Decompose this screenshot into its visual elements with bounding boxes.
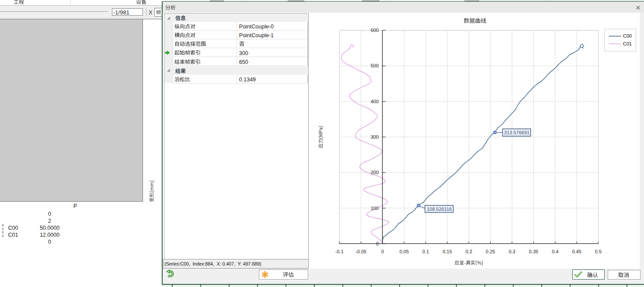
- svg-text:-0.1: -0.1: [335, 249, 344, 254]
- svg-text:400: 400: [371, 99, 379, 104]
- svg-text:0.35: 0.35: [529, 249, 538, 254]
- svg-text:0.4: 0.4: [552, 249, 558, 254]
- svg-text:108.526116: 108.526116: [427, 206, 452, 212]
- svg-text:0.05: 0.05: [400, 249, 409, 254]
- svg-text:0.3: 0.3: [508, 249, 515, 254]
- svg-text:313.576691: 313.576691: [504, 130, 529, 135]
- svg-text:200: 200: [371, 170, 379, 175]
- svg-text:-0.05: -0.05: [355, 249, 366, 254]
- svg-text:C01: C01: [623, 41, 632, 46]
- svg-text:0.2: 0.2: [466, 249, 472, 254]
- svg-text:600: 600: [371, 28, 379, 33]
- svg-text:0.25: 0.25: [486, 249, 495, 254]
- svg-text:0: 0: [376, 241, 379, 246]
- svg-text:100: 100: [371, 206, 379, 211]
- svg-text:0.5: 0.5: [595, 249, 602, 254]
- svg-text:300: 300: [371, 134, 379, 140]
- svg-text:C00: C00: [623, 33, 632, 38]
- svg-text:0.45: 0.45: [572, 249, 581, 254]
- svg-text:0.15: 0.15: [442, 249, 452, 254]
- svg-text:500: 500: [371, 63, 379, 68]
- svg-text:0.1: 0.1: [422, 249, 429, 254]
- svg-text:0: 0: [381, 249, 384, 254]
